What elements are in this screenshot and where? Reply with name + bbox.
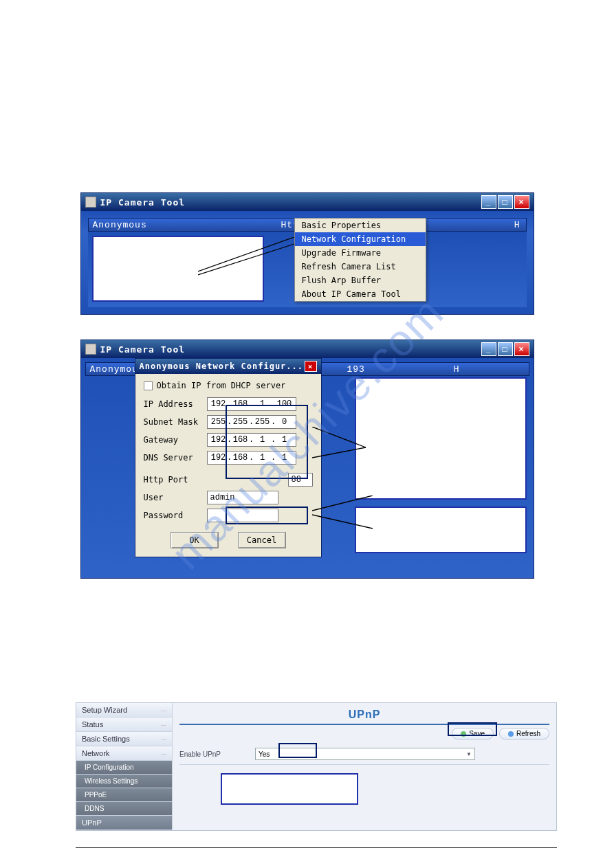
window-title: IP Camera Tool [100,197,186,208]
menu-refresh-camera-list[interactable]: Refresh Camera List [295,260,426,274]
menu-upgrade-firmware[interactable]: Upgrade Firmware [295,246,426,260]
mask-label: Subnet Mask [144,417,207,427]
empty-outline-box [221,773,358,805]
user-input[interactable]: admin [207,491,278,504]
sidebar-item-ip-configuration[interactable]: IP Configuration [76,761,172,775]
subnet-mask-input[interactable]: 255. 255. 255. 0 [207,415,296,429]
header-right: H [454,364,460,375]
dns-server-input[interactable]: 192. 168. 1. 1 [207,451,296,465]
gateway-label: Gateway [144,435,207,445]
sidebar-item-status[interactable]: Status— [76,717,172,732]
app-icon [85,344,96,355]
minimize-button[interactable]: _ [481,342,496,356]
chevron-down-icon: ▼ [466,751,472,757]
upnp-settings-panel: Setup Wizard— Status— Basic Settings— Ne… [76,702,557,831]
maximize-button[interactable]: □ [498,342,513,356]
refresh-button[interactable]: Refresh [499,728,549,739]
divider [76,847,557,848]
sidebar-item-network[interactable]: Network— [76,746,172,761]
dialog-title: Anonymous Network Configur... [140,361,304,371]
save-icon [461,731,466,737]
cancel-button[interactable]: Cancel [238,532,286,548]
dialog-close-button[interactable]: × [305,361,317,372]
header-num: 193 [347,364,365,375]
sidebar-item-pppoe[interactable]: PPPoE [76,788,172,802]
network-config-dialog: Anonymous Network Configur... × Obtain I… [135,358,322,557]
user-label: User [144,493,207,502]
sidebar: Setup Wizard— Status— Basic Settings— Ne… [76,703,173,830]
window-title: IP Camera Tool [100,344,186,355]
left-panel [92,236,264,302]
context-menu: Basic Properties Network Configuration U… [294,218,426,302]
menu-basic-properties[interactable]: Basic Properties [295,219,426,232]
header-left: Anonymou [90,364,138,375]
page-title: UPnP [179,709,549,721]
minimize-button[interactable]: _ [481,195,496,209]
right-panel-top [355,377,527,500]
header-left: Anonymous [93,220,147,230]
password-input[interactable] [207,509,278,522]
password-label: Password [144,511,207,520]
header-right: H [514,220,520,230]
refresh-icon [508,731,514,737]
sidebar-item-basic-settings[interactable]: Basic Settings— [76,732,172,746]
menu-about[interactable]: About IP Camera Tool [295,287,426,301]
ok-button[interactable]: OK [171,532,219,548]
ip-camera-tool-window: IP Camera Tool _ □ × Anonymous Http:// H… [80,192,534,315]
dns-label: DNS Server [144,453,207,463]
http-port-input[interactable]: 88 [288,473,313,487]
ip-label: IP Address [144,399,207,409]
gateway-input[interactable]: 192. 168. 1. 1 [207,433,296,447]
enable-upnp-label: Enable UPnP [179,750,248,758]
ip-camera-tool-window-2: IP Camera Tool _ □ × Anonymou 193 H Anon… [80,340,534,579]
sidebar-item-upnp[interactable]: UPnP [76,816,172,830]
dhcp-label: Obtain IP from DHCP server [157,381,286,390]
titlebar[interactable]: IP Camera Tool _ □ × [81,193,534,211]
dhcp-checkbox[interactable] [144,381,153,390]
save-button[interactable]: Save [452,728,494,739]
enable-upnp-select[interactable]: Yes ▼ [255,748,475,760]
menu-flush-arp-buffer[interactable]: Flush Arp Buffer [295,274,426,287]
sidebar-item-setup-wizard[interactable]: Setup Wizard— [76,703,172,717]
titlebar[interactable]: IP Camera Tool _ □ × [81,340,534,358]
menu-network-configuration[interactable]: Network Configuration [295,232,426,246]
port-label: Http Port [144,475,207,485]
close-button[interactable]: × [514,342,529,356]
dialog-titlebar[interactable]: Anonymous Network Configur... × [135,359,321,374]
ip-address-input[interactable]: 192. 168. 1. 100 [207,397,296,411]
right-panel-bottom [355,507,527,553]
maximize-button[interactable]: □ [498,195,513,209]
sidebar-item-wireless-settings[interactable]: Wireless Settings [76,775,172,788]
sidebar-item-ddns[interactable]: DDNS [76,802,172,816]
app-icon [85,197,96,208]
close-button[interactable]: × [514,195,529,209]
